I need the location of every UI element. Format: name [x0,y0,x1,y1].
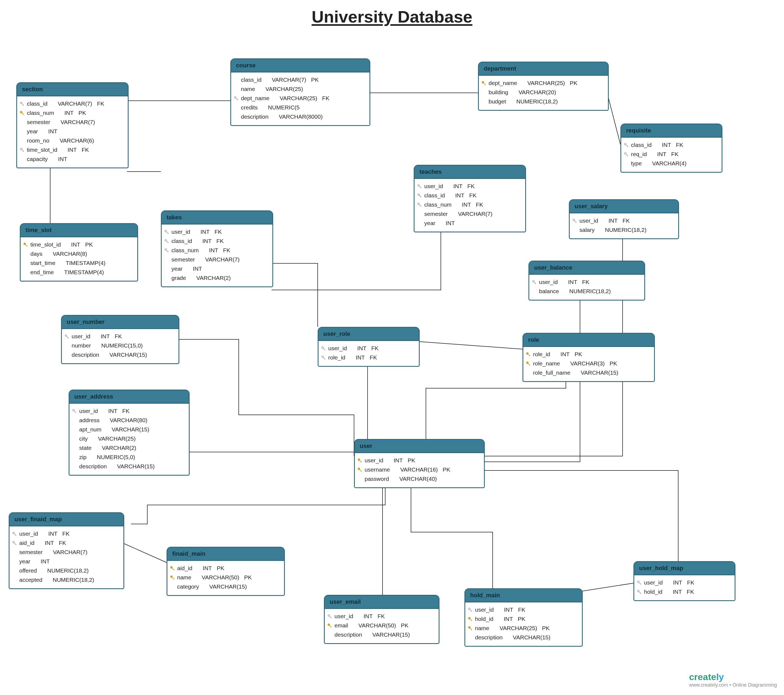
field-type: VARCHAR(15) [372,630,410,639]
field-row: aid_id INT FK [10,538,124,548]
field-keytag: FK [671,150,679,159]
field-name: year [424,220,435,226]
field-row: category VARCHAR(15) [167,582,284,591]
field-keytag: FK [122,406,130,416]
entity-title: course [231,59,369,73]
entity-user_balance: user_balance user_id INT FK balance NUME… [529,261,645,300]
field-row: semester VARCHAR(7) [10,548,124,557]
field-row: dept_name VARCHAR(25) PK [479,78,608,87]
field-name: user_id [539,279,558,285]
field-type: INT [48,127,58,136]
field-keytag: FK [370,353,377,362]
field-row: user_id INT FK [529,277,644,287]
pk-key-icon [167,566,177,571]
field-type: VARCHAR(2) [102,443,137,452]
field-name: role_id [328,354,345,360]
entity-title: user_salary [570,200,678,213]
field-type: VARCHAR(7) [272,75,306,84]
field-name: balance [539,288,559,294]
entity-department: department dept_name VARCHAR(25) PK buil… [478,62,609,111]
field-type: INT [45,538,54,548]
connector [483,470,678,561]
field-row: year INT [415,218,525,228]
field-name: class_num [27,110,54,116]
field-type: VARCHAR(25) [280,94,317,103]
field-type: INT [504,614,513,624]
entity-title: takes [162,211,272,225]
field-row: hold_id INT PK [465,614,582,624]
field-row: salary NUMERIC(18,2) [570,225,678,234]
field-name: req_id [631,151,647,157]
field-type: VARCHAR(8) [53,249,87,258]
entity-title: user_role [318,328,419,341]
field-row: building VARCHAR(20) [479,87,608,97]
field-row: accepted NUMERIC(18,2) [10,575,124,584]
field-type: VARCHAR(50) [358,621,396,630]
field-row: budget NUMERIC(18,2) [479,97,608,106]
field-name: class_num [171,247,199,253]
field-row: time_slot_id INT FK [17,145,128,155]
field-row: req_id INT FK [621,150,721,159]
pk-key-icon [355,458,365,463]
entity-title: user_number [62,316,178,329]
field-row: offered NUMERIC(18,2) [10,566,124,575]
field-type: VARCHAR(25) [527,78,565,87]
field-type: INT [48,529,58,538]
field-name: description [241,114,268,120]
field-keytag: PK [542,624,550,633]
field-row: description VARCHAR(15) [62,350,178,360]
field-keytag: FK [469,191,477,200]
entity-time_slot: time_slot time_slot_id INT PK days VARCH… [20,223,138,282]
field-keytag: FK [518,605,525,614]
field-type: NUMERIC(18,2) [516,97,558,106]
field-row: user_id INT FK [69,406,189,416]
field-keytag: FK [97,99,104,108]
field-type: NUMERIC(5,0) [97,452,135,462]
field-name: hold_id [644,589,662,595]
field-name: role_id [533,351,550,357]
field-row: class_num INT FK [415,200,525,209]
field-name: number [72,342,91,348]
field-type: VARCHAR(7) [61,117,95,127]
field-row: class_num INT FK [162,246,272,255]
field-type: VARCHAR(7) [58,99,92,108]
field-name: user_id [328,345,347,351]
field-type: INT [201,227,210,236]
field-keytag: PK [609,359,617,368]
field-row: zip NUMERIC(5,0) [69,452,189,462]
field-row: capacity INT [17,155,128,164]
connector [607,93,621,144]
field-type: INT [560,350,570,359]
field-name: password [365,475,389,482]
field-name: description [72,352,99,358]
field-type: VARCHAR(40) [399,474,437,484]
entity-title: department [479,63,608,76]
field-type: INT [446,218,455,228]
field-type: NUMERIC(15,0) [101,341,143,350]
fk-key-icon [621,152,631,157]
entity-title: user_address [69,390,189,404]
pk-key-icon [479,81,489,86]
field-row: user_id INT FK [570,216,678,225]
field-type: INT [455,191,464,200]
field-name: class_id [171,238,192,244]
field-row: username VARCHAR(16) PK [355,465,484,474]
pk-key-icon [523,352,533,357]
fk-key-icon [325,614,334,619]
field-type: INT [64,108,74,117]
fk-key-icon [529,280,539,284]
field-row: year INT [17,127,128,136]
field-name: apt_num [79,426,102,433]
field-type: NUMERIC(18,2) [47,566,89,575]
field-name: zip [79,454,87,460]
field-keytag: FK [582,277,590,287]
field-name: state [79,445,92,451]
field-name: semester [171,256,195,262]
connector [418,342,522,349]
field-type: INT [108,406,117,416]
field-name: address [79,417,100,423]
field-keytag: FK [378,612,385,621]
entity-title: user_balance [529,261,644,275]
entity-course: course class_id VARCHAR(7) PK name VARCH… [230,58,370,126]
field-keytag: FK [223,246,230,255]
